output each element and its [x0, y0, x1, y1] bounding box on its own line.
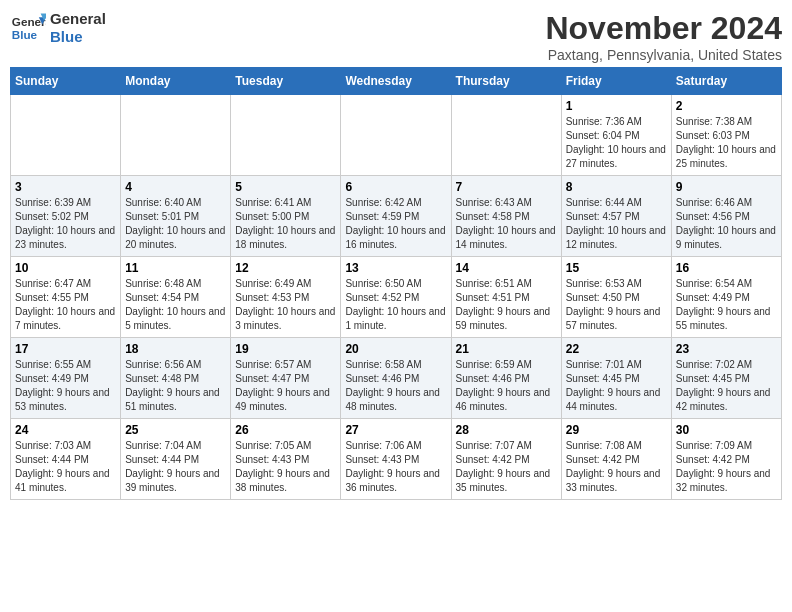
calendar-cell: 25Sunrise: 7:04 AMSunset: 4:44 PMDayligh… [121, 419, 231, 500]
day-number: 28 [456, 423, 557, 437]
calendar-cell: 16Sunrise: 6:54 AMSunset: 4:49 PMDayligh… [671, 257, 781, 338]
day-info: Sunrise: 6:42 AMSunset: 4:59 PMDaylight:… [345, 196, 446, 252]
day-number: 1 [566, 99, 667, 113]
calendar-cell: 17Sunrise: 6:55 AMSunset: 4:49 PMDayligh… [11, 338, 121, 419]
calendar-week-4: 17Sunrise: 6:55 AMSunset: 4:49 PMDayligh… [11, 338, 782, 419]
calendar-week-1: 1Sunrise: 7:36 AMSunset: 6:04 PMDaylight… [11, 95, 782, 176]
day-info: Sunrise: 6:55 AMSunset: 4:49 PMDaylight:… [15, 358, 116, 414]
location: Paxtang, Pennsylvania, United States [545, 47, 782, 63]
calendar-header-friday: Friday [561, 68, 671, 95]
day-number: 12 [235, 261, 336, 275]
calendar-cell: 30Sunrise: 7:09 AMSunset: 4:42 PMDayligh… [671, 419, 781, 500]
calendar-header-wednesday: Wednesday [341, 68, 451, 95]
day-info: Sunrise: 7:04 AMSunset: 4:44 PMDaylight:… [125, 439, 226, 495]
day-info: Sunrise: 6:39 AMSunset: 5:02 PMDaylight:… [15, 196, 116, 252]
title-block: November 2024 Paxtang, Pennsylvania, Uni… [545, 10, 782, 63]
calendar-cell: 27Sunrise: 7:06 AMSunset: 4:43 PMDayligh… [341, 419, 451, 500]
calendar-cell: 29Sunrise: 7:08 AMSunset: 4:42 PMDayligh… [561, 419, 671, 500]
calendar-cell: 7Sunrise: 6:43 AMSunset: 4:58 PMDaylight… [451, 176, 561, 257]
day-number: 2 [676, 99, 777, 113]
calendar-cell [341, 95, 451, 176]
calendar-cell: 21Sunrise: 6:59 AMSunset: 4:46 PMDayligh… [451, 338, 561, 419]
day-info: Sunrise: 6:50 AMSunset: 4:52 PMDaylight:… [345, 277, 446, 333]
calendar-cell: 24Sunrise: 7:03 AMSunset: 4:44 PMDayligh… [11, 419, 121, 500]
day-number: 30 [676, 423, 777, 437]
day-number: 17 [15, 342, 116, 356]
day-info: Sunrise: 7:06 AMSunset: 4:43 PMDaylight:… [345, 439, 446, 495]
day-info: Sunrise: 7:07 AMSunset: 4:42 PMDaylight:… [456, 439, 557, 495]
day-number: 21 [456, 342, 557, 356]
day-info: Sunrise: 6:51 AMSunset: 4:51 PMDaylight:… [456, 277, 557, 333]
day-number: 15 [566, 261, 667, 275]
day-info: Sunrise: 6:54 AMSunset: 4:49 PMDaylight:… [676, 277, 777, 333]
day-info: Sunrise: 6:48 AMSunset: 4:54 PMDaylight:… [125, 277, 226, 333]
calendar-cell [11, 95, 121, 176]
calendar-week-5: 24Sunrise: 7:03 AMSunset: 4:44 PMDayligh… [11, 419, 782, 500]
calendar-cell: 22Sunrise: 7:01 AMSunset: 4:45 PMDayligh… [561, 338, 671, 419]
calendar-cell: 5Sunrise: 6:41 AMSunset: 5:00 PMDaylight… [231, 176, 341, 257]
calendar-header-saturday: Saturday [671, 68, 781, 95]
day-number: 13 [345, 261, 446, 275]
day-info: Sunrise: 7:01 AMSunset: 4:45 PMDaylight:… [566, 358, 667, 414]
calendar-cell: 20Sunrise: 6:58 AMSunset: 4:46 PMDayligh… [341, 338, 451, 419]
calendar-header-monday: Monday [121, 68, 231, 95]
calendar-header-row: SundayMondayTuesdayWednesdayThursdayFrid… [11, 68, 782, 95]
day-number: 26 [235, 423, 336, 437]
day-number: 5 [235, 180, 336, 194]
calendar-cell: 28Sunrise: 7:07 AMSunset: 4:42 PMDayligh… [451, 419, 561, 500]
day-number: 16 [676, 261, 777, 275]
logo-icon: General Blue [10, 10, 46, 46]
logo-text: General Blue [50, 10, 106, 46]
calendar: SundayMondayTuesdayWednesdayThursdayFrid… [10, 67, 782, 500]
day-info: Sunrise: 6:57 AMSunset: 4:47 PMDaylight:… [235, 358, 336, 414]
day-info: Sunrise: 6:56 AMSunset: 4:48 PMDaylight:… [125, 358, 226, 414]
day-number: 19 [235, 342, 336, 356]
logo-blue: Blue [50, 28, 106, 46]
header: General Blue General Blue November 2024 … [10, 10, 782, 63]
calendar-cell: 1Sunrise: 7:36 AMSunset: 6:04 PMDaylight… [561, 95, 671, 176]
calendar-header-thursday: Thursday [451, 68, 561, 95]
day-number: 4 [125, 180, 226, 194]
calendar-header-tuesday: Tuesday [231, 68, 341, 95]
day-info: Sunrise: 6:46 AMSunset: 4:56 PMDaylight:… [676, 196, 777, 252]
calendar-cell: 9Sunrise: 6:46 AMSunset: 4:56 PMDaylight… [671, 176, 781, 257]
day-info: Sunrise: 7:09 AMSunset: 4:42 PMDaylight:… [676, 439, 777, 495]
svg-text:Blue: Blue [12, 28, 38, 41]
day-number: 6 [345, 180, 446, 194]
day-number: 23 [676, 342, 777, 356]
day-info: Sunrise: 7:03 AMSunset: 4:44 PMDaylight:… [15, 439, 116, 495]
logo-general: General [50, 10, 106, 28]
day-info: Sunrise: 6:59 AMSunset: 4:46 PMDaylight:… [456, 358, 557, 414]
calendar-cell: 6Sunrise: 6:42 AMSunset: 4:59 PMDaylight… [341, 176, 451, 257]
day-number: 18 [125, 342, 226, 356]
calendar-cell: 15Sunrise: 6:53 AMSunset: 4:50 PMDayligh… [561, 257, 671, 338]
day-info: Sunrise: 6:44 AMSunset: 4:57 PMDaylight:… [566, 196, 667, 252]
calendar-cell: 4Sunrise: 6:40 AMSunset: 5:01 PMDaylight… [121, 176, 231, 257]
calendar-week-2: 3Sunrise: 6:39 AMSunset: 5:02 PMDaylight… [11, 176, 782, 257]
day-number: 14 [456, 261, 557, 275]
calendar-cell: 19Sunrise: 6:57 AMSunset: 4:47 PMDayligh… [231, 338, 341, 419]
calendar-cell: 13Sunrise: 6:50 AMSunset: 4:52 PMDayligh… [341, 257, 451, 338]
calendar-cell: 14Sunrise: 6:51 AMSunset: 4:51 PMDayligh… [451, 257, 561, 338]
day-info: Sunrise: 7:08 AMSunset: 4:42 PMDaylight:… [566, 439, 667, 495]
day-number: 8 [566, 180, 667, 194]
day-number: 20 [345, 342, 446, 356]
day-number: 25 [125, 423, 226, 437]
day-info: Sunrise: 7:38 AMSunset: 6:03 PMDaylight:… [676, 115, 777, 171]
calendar-cell: 10Sunrise: 6:47 AMSunset: 4:55 PMDayligh… [11, 257, 121, 338]
day-info: Sunrise: 6:58 AMSunset: 4:46 PMDaylight:… [345, 358, 446, 414]
day-number: 11 [125, 261, 226, 275]
logo: General Blue General Blue [10, 10, 106, 46]
day-info: Sunrise: 6:41 AMSunset: 5:00 PMDaylight:… [235, 196, 336, 252]
calendar-cell [451, 95, 561, 176]
day-info: Sunrise: 7:36 AMSunset: 6:04 PMDaylight:… [566, 115, 667, 171]
calendar-cell: 3Sunrise: 6:39 AMSunset: 5:02 PMDaylight… [11, 176, 121, 257]
calendar-cell [231, 95, 341, 176]
day-number: 22 [566, 342, 667, 356]
calendar-week-3: 10Sunrise: 6:47 AMSunset: 4:55 PMDayligh… [11, 257, 782, 338]
day-number: 27 [345, 423, 446, 437]
calendar-header-sunday: Sunday [11, 68, 121, 95]
svg-text:General: General [12, 15, 46, 28]
day-number: 24 [15, 423, 116, 437]
day-info: Sunrise: 6:43 AMSunset: 4:58 PMDaylight:… [456, 196, 557, 252]
